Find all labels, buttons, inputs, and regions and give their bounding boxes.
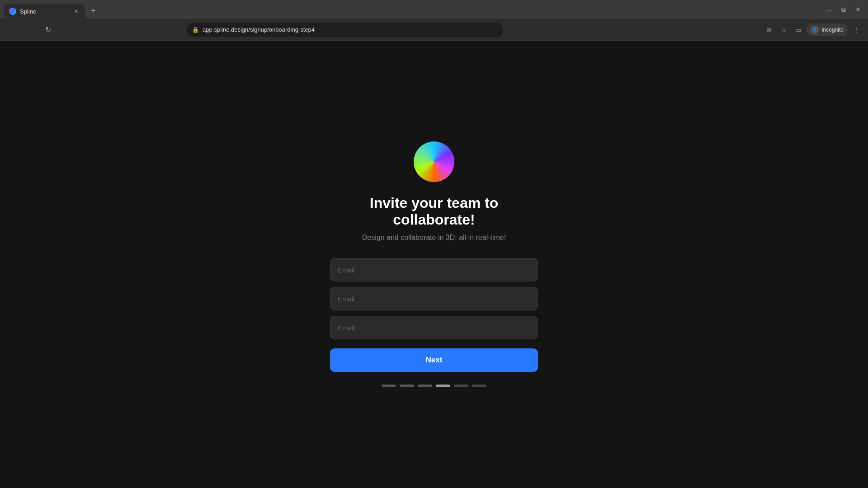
progress-dots [382,385,486,387]
window-controls: — ⧉ ✕ [819,0,868,19]
url-text: app.spline.design/signup/onboarding-step… [203,26,315,33]
restore-button[interactable]: ⧉ [837,3,850,16]
page-heading: Invite your team to collaborate! [330,195,538,228]
url-bar[interactable]: 🔒 app.spline.design/signup/onboarding-st… [187,23,503,37]
back-button[interactable]: ← [5,23,18,36]
bookmark-button[interactable]: ☆ [777,23,790,36]
camera-off-icon[interactable]: ⊘ [763,23,775,36]
toolbar-right: ⊘ ☆ ▭ 👤 Incognito ⋮ [763,23,863,36]
tab-title: Spline [20,8,69,15]
minimize-button[interactable]: — [823,3,835,16]
email-input-3[interactable] [330,316,538,339]
progress-dot-4[interactable] [436,385,450,387]
new-tab-button[interactable]: + [87,5,99,17]
progress-dot-1[interactable] [382,385,396,387]
lock-icon: 🔒 [192,27,199,33]
progress-dot-2[interactable] [400,385,414,387]
sidebar-button[interactable]: ▭ [792,23,804,36]
progress-dot-5[interactable] [454,385,468,387]
profile-icon: 👤 [811,26,819,34]
progress-dot-6[interactable] [472,385,486,387]
browser-chrome: Spline ✕ + — ⧉ ✕ ← → ↻ 🔒 app.spline.desi… [0,0,868,41]
profile-button[interactable]: 👤 Incognito [806,23,848,36]
tab-close-button[interactable]: ✕ [72,8,80,15]
page-subheading: Design and collaborate in 3D, all in rea… [362,234,506,242]
close-button[interactable]: ✕ [852,3,864,16]
email-inputs [330,258,538,339]
onboarding-container: Invite your team to collaborate! Design … [330,141,538,387]
active-tab[interactable]: Spline ✕ [4,4,85,19]
menu-button[interactable]: ⋮ [850,23,863,36]
tab-bar: Spline ✕ + — ⧉ ✕ [0,0,868,19]
next-button[interactable]: Next [330,348,538,372]
tab-favicon [9,8,16,15]
page-content: Invite your team to collaborate! Design … [0,41,868,488]
address-bar: ← → ↻ 🔒 app.spline.design/signup/onboard… [0,19,868,41]
reload-button[interactable]: ↻ [42,23,54,36]
email-input-1[interactable] [330,258,538,282]
progress-dot-3[interactable] [418,385,432,387]
profile-label: Incognito [821,27,844,33]
gradient-sphere [414,141,454,182]
forward-button[interactable]: → [24,23,36,36]
email-input-2[interactable] [330,287,538,310]
